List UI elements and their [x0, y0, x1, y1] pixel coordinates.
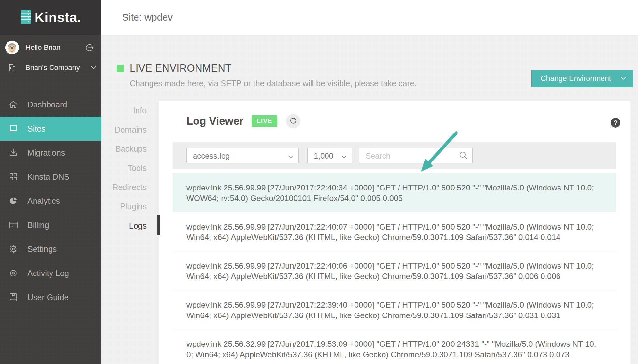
user-greeting: Hello Brian [25, 43, 61, 52]
subnav-item-backups[interactable]: Backups [101, 139, 159, 159]
company-name: Brian's Company [25, 63, 80, 72]
log-viewer-header: Log Viewer LIVE [173, 101, 616, 128]
logo-text: Kinsta. [35, 10, 81, 25]
sidebar-item-analytics[interactable]: Analytics [0, 189, 101, 213]
credit-card-icon [8, 221, 19, 229]
sidebar-item-dashboard[interactable]: Dashboard [0, 92, 101, 117]
log-file-select[interactable]: access.log [186, 148, 299, 163]
gear-icon [8, 245, 19, 254]
user-area: Hello Brian Brian's Company [0, 35, 101, 86]
change-environment-button[interactable]: Change Environment [531, 70, 633, 87]
subnav-item-logs[interactable]: Logs [101, 216, 159, 235]
chevron-down-icon [341, 151, 347, 161]
sidebar-item-user-guide[interactable]: User Guide [0, 285, 101, 309]
subnav-item-redirects[interactable]: Redirects [101, 178, 159, 197]
chevron-down-icon [91, 65, 97, 71]
site-subnav: Info Domains Backups Tools Redirects Plu… [101, 101, 159, 235]
avatar [5, 41, 19, 54]
environment-description: Changes made here, via SFTP or the datab… [130, 79, 417, 88]
sidebar-item-billing[interactable]: Billing [0, 213, 101, 237]
sidebar-item-sites[interactable]: Sites [0, 117, 101, 141]
site-title: Site: wpdev [122, 12, 173, 23]
live-status-square [117, 65, 124, 72]
sidebar-item-settings[interactable]: Settings [0, 237, 101, 261]
kinsta-logo[interactable]: Kinsta. [0, 0, 101, 35]
page-title: Log Viewer [186, 115, 243, 127]
live-badge: LIVE [252, 115, 277, 127]
server-icon [20, 9, 31, 26]
log-entry[interactable]: wpdev.ink 25.56.99.99 [27/Jun/2017:22:39… [173, 290, 616, 329]
log-search [359, 148, 473, 163]
refresh-icon [289, 117, 297, 126]
log-lines-select[interactable]: 1,000 [307, 148, 352, 163]
chevron-down-icon [288, 151, 293, 161]
subnav-item-domains[interactable]: Domains [101, 120, 159, 139]
user-greeting-row: Hello Brian [5, 41, 101, 54]
sites-icon [8, 124, 19, 133]
log-entry[interactable]: wpdev.ink 25.56.32.99 [27/Jun/2017:19:53… [173, 329, 616, 364]
book-icon [8, 293, 19, 301]
refresh-button[interactable] [286, 114, 300, 128]
active-subnav-marker [157, 215, 160, 235]
log-entries: wpdev.ink 25.56.99.99 [27/Jun/2017:22:40… [173, 173, 616, 364]
environment-title: LIVE ENVIRONMENT [130, 63, 232, 74]
search-icon[interactable] [459, 151, 468, 161]
eye-icon [8, 270, 19, 277]
search-input[interactable] [366, 151, 459, 161]
environment-header: LIVE ENVIRONMENT Changes made here, via … [117, 63, 417, 88]
sidebar-nav: Dashboard Sites Migrations Kinsta DNS An… [0, 92, 101, 309]
building-icon [5, 64, 19, 72]
logout-icon[interactable] [86, 44, 94, 53]
download-icon [8, 148, 19, 157]
log-entry[interactable]: wpdev.ink 25.56.99.99 [27/Jun/2017:22:40… [173, 212, 616, 251]
grid-icon [8, 173, 19, 181]
home-icon [8, 100, 19, 109]
pie-chart-icon [8, 196, 19, 205]
sidebar-item-kinsta-dns[interactable]: Kinsta DNS [0, 165, 101, 189]
help-icon[interactable]: ? [611, 118, 620, 128]
topbar: Site: wpdev [101, 0, 638, 35]
subnav-item-tools[interactable]: Tools [101, 159, 159, 178]
company-selector[interactable]: Brian's Company [5, 61, 101, 75]
subnav-item-plugins[interactable]: Plugins [101, 197, 159, 216]
log-entry[interactable]: wpdev.ink 25.56.99.99 [27/Jun/2017:22:40… [173, 251, 616, 290]
log-viewer-card: Log Viewer LIVE ? access.log 1,000 [159, 101, 630, 364]
sidebar-item-migrations[interactable]: Migrations [0, 141, 101, 165]
subnav-item-info[interactable]: Info [101, 101, 159, 120]
chevron-down-icon [620, 76, 627, 82]
sidebar-item-activity-log[interactable]: Activity Log [0, 261, 101, 285]
log-filter-bar: access.log 1,000 [173, 142, 616, 169]
sidebar: Kinsta. Hello Brian [0, 0, 101, 364]
log-entry[interactable]: wpdev.ink 25.56.99.99 [27/Jun/2017:22:40… [173, 173, 616, 212]
